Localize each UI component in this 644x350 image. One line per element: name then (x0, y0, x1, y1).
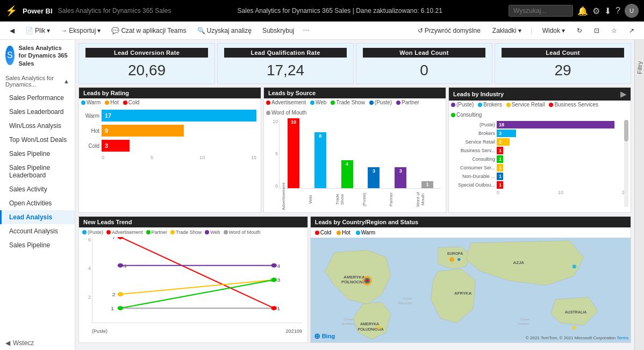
ind-bar-sr[interactable]: 2 (497, 138, 510, 146)
source-bar-ts[interactable]: 4 (341, 160, 353, 188)
svg-point-11 (118, 306, 123, 310)
kpi-value-3: 29 (502, 62, 624, 79)
ind-bar-cs[interactable]: 1 (497, 164, 503, 172)
trend-svg: 7 4 2 1 4 1 3 3 (92, 237, 302, 323)
refresh-btn[interactable]: ↻ (573, 25, 586, 36)
industry-row-brokers: Brokers 3 (452, 130, 627, 137)
notification-icon[interactable]: 🔔 (577, 6, 588, 16)
sidebar-item-account-analysis[interactable]: Account Analysis (0, 224, 75, 238)
leads-by-country-title: Leads by Country/Region and Status (311, 217, 631, 227)
source-bar-partner[interactable]: 3 (395, 167, 406, 188)
rating-row-hot: Hot 9 (83, 125, 256, 137)
bookmark-icon-btn[interactable]: ☆ (607, 25, 621, 36)
bookmarks-btn[interactable]: Zakładki ▾ (488, 25, 526, 36)
subscribe-btn[interactable]: Subskrybuj (258, 25, 298, 36)
kpi-card-2[interactable]: Won Lead Count 0 (356, 43, 492, 84)
warm-bar[interactable]: 17 (102, 110, 256, 122)
source-bar-wom[interactable]: 1 (421, 181, 433, 188)
file-btn[interactable]: 📄 Plik ▾ (21, 25, 54, 36)
source-bar-web[interactable]: 8 (314, 132, 326, 188)
sidebar-item-sales-pipeline[interactable]: Sales Pipeline (0, 147, 75, 161)
sidebar-section-header[interactable]: Sales Analytics for Dynamics... ▲ (0, 72, 75, 91)
source-bar-ad[interactable]: 10 (288, 118, 299, 188)
section-chevron: ▲ (63, 78, 69, 84)
trend-canvas: 7 4 2 1 4 1 3 3 (92, 237, 302, 323)
download-icon[interactable]: ⬇ (604, 6, 611, 16)
industry-row-special: Special Outbou... 1 (452, 181, 627, 189)
ind-bar-puste[interactable]: 18 (497, 121, 614, 128)
kpi-value-1: 17,24 (224, 62, 347, 79)
cold-bar[interactable]: 3 (102, 140, 130, 152)
sidebar-item-pipeline-leaderboard[interactable]: Sales Pipeline Leaderboard (0, 161, 75, 182)
powerbi-logo: ⚡ (5, 5, 17, 17)
kpi-label-0: Lead Conversion Rate (85, 48, 208, 58)
ind-bar-bs[interactable]: 1 (497, 147, 503, 154)
toolbar-sep: ••• (303, 27, 310, 34)
analyze-icon: 🔍 (197, 27, 205, 34)
trend-legend: (Puste) Advertisement Partner Trade Show… (82, 230, 304, 235)
top-bar: ⚡ Power BI Sales Analytics for Dynamics … (0, 0, 644, 22)
industry-row-business: Business Serv... 1 (452, 147, 627, 154)
kpi-value-2: 0 (363, 62, 485, 79)
help-icon[interactable]: ? (616, 6, 620, 16)
sidebar-item-sales-activity[interactable]: Sales Activity (0, 182, 75, 196)
settings-icon[interactable]: ⚙ (592, 6, 600, 16)
svg-text:7: 7 (112, 237, 116, 240)
leads-by-industry-title: Leads by Industry ▶ (449, 88, 631, 101)
sidebar-back[interactable]: ◀ Wstecz (0, 336, 75, 350)
bing-logo: ⊕ Bing (314, 332, 335, 340)
view-chevron: ▾ (562, 27, 565, 34)
search-input[interactable] (509, 5, 573, 17)
kpi-card-3[interactable]: Lead Count 29 (495, 43, 631, 84)
sidebar-item-open-activities[interactable]: Open Activities (0, 196, 75, 210)
sidebar-item-win-loss[interactable]: Win/Loss Analysis (0, 119, 75, 133)
rating-row-cold: Cold 3 (83, 140, 256, 152)
share-btn[interactable]: ↗ (625, 25, 639, 36)
industry-scroll-icon[interactable]: ▶ (620, 90, 626, 98)
kpi-card-1[interactable]: Lead Qualification Rate 17,24 (217, 43, 354, 84)
sidebar-item-sales-pipeline2[interactable]: Sales Pipeline (0, 238, 75, 252)
svg-point-37 (366, 279, 368, 282)
ind-bar-so[interactable]: 1 (497, 181, 503, 189)
app-name: Power BI (23, 7, 53, 15)
view-btn[interactable]: Widok ▾ (538, 25, 569, 36)
filters-label[interactable]: Filtry (636, 61, 643, 74)
kpi-label-2: Won Lead Count (363, 48, 485, 58)
sidebar-item-sales-performance[interactable]: Sales Performance (0, 91, 75, 105)
sidebar: S Sales Analytics for Dynamics 365 Sales… (0, 40, 75, 350)
svg-text:AUSTRALIA: AUSTRALIA (564, 310, 586, 314)
ind-bar-consulting[interactable]: 1 (497, 155, 503, 163)
svg-point-8 (271, 263, 277, 268)
industry-row-nondurable: Non-Durable ... 1 (452, 173, 627, 180)
sidebar-logo-area: S Sales Analytics for Dynamics 365 Sales (0, 40, 75, 72)
terms-link[interactable]: Terms (617, 335, 628, 340)
export-chevron: ▾ (97, 27, 101, 34)
industry-row-puste: (Puste) 18 (452, 121, 627, 128)
hot-bar[interactable]: 9 (102, 125, 184, 137)
sidebar-item-top-won-lost[interactable]: Top Won/Lost Deals (0, 133, 75, 147)
kpi-card-0[interactable]: Lead Conversion Rate 20,69 (78, 43, 215, 84)
collapse-btn[interactable]: ◀ (5, 25, 19, 36)
restore-btn[interactable]: ↺ Przywróć domyślne (413, 25, 485, 36)
svg-point-40 (572, 265, 576, 268)
fullscreen-btn[interactable]: ⊡ (590, 25, 604, 36)
export-btn[interactable]: → Eksportuj ▾ (56, 25, 105, 36)
source-chart-body: 1050 10 8 4 (264, 117, 446, 212)
sidebar-item-sales-leaderboard[interactable]: Sales Leaderboard (0, 105, 75, 119)
chat-btn[interactable]: 💬 Czat w aplikacji Teams (107, 25, 190, 36)
industry-scrollbar[interactable] (624, 120, 628, 207)
svg-text:EUROPA: EUROPA (447, 252, 463, 255)
analyze-btn[interactable]: 🔍 Uzyskaj analizę (193, 25, 256, 36)
svg-point-42 (572, 326, 576, 330)
restore-icon: ↺ (418, 27, 423, 34)
file-chevron: ▾ (47, 27, 50, 34)
industry-chart-body: (Puste) 18 Brokers 3 Service Retail (449, 119, 631, 197)
svg-text:Spokojny: Spokojny (341, 322, 355, 325)
source-bar-puste[interactable]: 3 (368, 167, 380, 188)
svg-point-7 (118, 263, 123, 268)
svg-text:AMERYKA: AMERYKA (344, 275, 365, 280)
sidebar-item-lead-analysis[interactable]: Lead Analysis (0, 210, 75, 224)
ind-bar-nd[interactable]: 1 (497, 173, 503, 180)
ind-bar-brokers[interactable]: 3 (497, 130, 516, 137)
avatar[interactable]: U (625, 4, 639, 18)
